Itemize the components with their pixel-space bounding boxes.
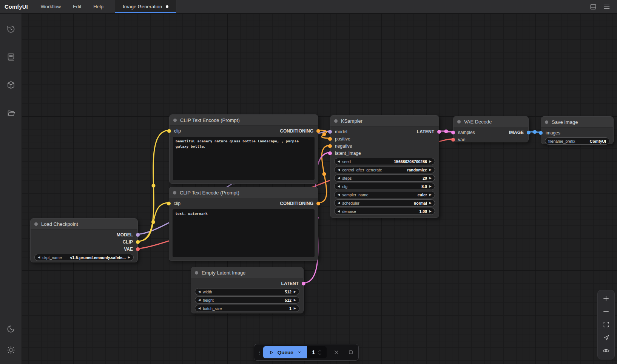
widget-increment-arrow[interactable]: ▶: [429, 202, 432, 205]
widget-scheduler[interactable]: ◀schedulernormal▶: [334, 199, 435, 207]
output-slot-IMAGE[interactable]: [527, 131, 531, 134]
widget-ckpt_name[interactable]: ◀ckpt_namev1-5-pruned-emaonly.safete...▶: [34, 254, 134, 261]
collapse-dot-icon[interactable]: [334, 119, 338, 123]
node-header[interactable]: KSampler: [330, 116, 439, 126]
widget-decrement-arrow[interactable]: ◀: [338, 177, 340, 180]
widget-batch_size[interactable]: ◀batch_size1▶: [195, 305, 299, 312]
input-slot-positive[interactable]: [328, 137, 332, 141]
toggle-visibility-icon[interactable]: [601, 346, 611, 356]
menu-edit[interactable]: Edit: [67, 0, 87, 13]
workflows-folder-icon[interactable]: [5, 106, 17, 119]
widget-seed[interactable]: ◀seed156680208700286▶: [334, 158, 435, 165]
stop-icon[interactable]: [346, 347, 355, 357]
output-slot-CLIP[interactable]: [136, 240, 140, 244]
widget-height[interactable]: ◀height512▶: [195, 296, 299, 304]
widget-decrement-arrow[interactable]: ◀: [338, 202, 340, 205]
input-slot-samples[interactable]: [451, 131, 455, 134]
node-header[interactable]: CLIP Text Encode (Prompt): [169, 187, 318, 198]
widget-decrement-arrow[interactable]: ◀: [198, 290, 201, 293]
widget-decrement-arrow[interactable]: ◀: [338, 168, 340, 171]
widget-filename_prefix[interactable]: filename_prefixComfyUI: [545, 137, 609, 145]
node-library-icon[interactable]: [5, 51, 17, 63]
widget-increment-arrow[interactable]: ▶: [294, 299, 296, 302]
input-slot-vae[interactable]: [451, 138, 455, 142]
node-empty-latent-image[interactable]: Empty Latent ImageLATENT◀width512▶◀heigh…: [191, 267, 304, 313]
widget-increment-arrow[interactable]: ▶: [128, 256, 130, 259]
output-slot-MODEL[interactable]: [136, 233, 140, 237]
widget-increment-arrow[interactable]: ▶: [429, 160, 432, 163]
node-header[interactable]: Empty Latent Image: [191, 267, 303, 278]
input-slot-clip[interactable]: [167, 129, 171, 133]
widget-decrement-arrow[interactable]: ◀: [338, 210, 340, 213]
workflows-history-icon[interactable]: [5, 23, 17, 35]
bottom-panel-icon[interactable]: [588, 2, 598, 12]
widget-decrement-arrow[interactable]: ◀: [338, 185, 340, 188]
node-header[interactable]: VAE Decode: [453, 116, 528, 127]
widget-increment-arrow[interactable]: ▶: [429, 168, 432, 171]
queue-button[interactable]: Queue: [263, 346, 307, 358]
menu-help[interactable]: Help: [87, 0, 110, 13]
pan-mode-icon[interactable]: [601, 333, 611, 343]
input-slot-model[interactable]: [328, 130, 332, 134]
fit-view-icon[interactable]: [601, 320, 611, 330]
zoom-in-icon[interactable]: [601, 294, 611, 304]
node-save-image[interactable]: Save Imageimagesfilename_prefixComfyUI: [541, 116, 614, 144]
output-slot-LATENT[interactable]: [302, 282, 305, 285]
theme-toggle-icon[interactable]: [5, 322, 17, 335]
stepper-down-icon[interactable]: [318, 353, 322, 356]
output-slot-LATENT[interactable]: [437, 130, 441, 134]
widget-decrement-arrow[interactable]: ◀: [198, 307, 201, 310]
output-slot-CONDITIONING[interactable]: [316, 129, 320, 133]
widget-denoise[interactable]: ◀denoise1.00▶: [334, 208, 435, 215]
slot-row: samplesIMAGE: [453, 129, 528, 136]
node-header[interactable]: CLIP Text Encode (Prompt): [170, 115, 318, 126]
node-clip-text-encode-positive[interactable]: CLIP Text Encode (Prompt)clipCONDITIONIN…: [169, 114, 318, 184]
output-slot-VAE[interactable]: [136, 247, 140, 251]
input-slot-images[interactable]: [539, 131, 543, 135]
drag-handle[interactable]: ⋮: [257, 350, 261, 355]
node-ksampler[interactable]: KSamplermodelLATENTpositivenegativelaten…: [330, 115, 439, 218]
collapse-dot-icon[interactable]: [545, 120, 548, 124]
prompt-textarea[interactable]: text, watermark: [173, 209, 315, 257]
node-canvas[interactable]: [22, 14, 617, 364]
input-slot-clip[interactable]: [167, 202, 171, 205]
collapse-dot-icon[interactable]: [195, 271, 198, 275]
zoom-out-icon[interactable]: [601, 307, 611, 316]
menu-icon[interactable]: [602, 2, 612, 12]
widget-cfg[interactable]: ◀cfg8.0▶: [334, 183, 435, 190]
node-vae-decode[interactable]: VAE DecodesamplesIMAGEvae: [453, 116, 529, 142]
node-header[interactable]: Save Image: [541, 117, 613, 128]
widget-control_after_generate[interactable]: ◀control_after_generaterandomize▶: [334, 166, 435, 173]
menu-workflow[interactable]: Workflow: [35, 0, 67, 13]
widget-increment-arrow[interactable]: ▶: [294, 307, 296, 310]
batch-count-input[interactable]: 1: [307, 346, 327, 358]
collapse-dot-icon[interactable]: [457, 120, 461, 123]
collapse-dot-icon[interactable]: [173, 119, 177, 122]
settings-icon[interactable]: [5, 344, 17, 356]
clear-queue-icon[interactable]: [332, 347, 341, 357]
input-slot-negative[interactable]: [328, 144, 332, 148]
widget-decrement-arrow[interactable]: ◀: [38, 256, 40, 259]
widget-sampler_name[interactable]: ◀sampler_nameeuler▶: [334, 191, 435, 198]
stepper-up-icon[interactable]: [318, 349, 322, 352]
output-slot-CONDITIONING[interactable]: [316, 202, 320, 205]
widget-increment-arrow[interactable]: ▶: [429, 177, 432, 180]
prompt-textarea[interactable]: beautiful scenery nature glass bottle la…: [173, 137, 315, 180]
widget-increment-arrow[interactable]: ▶: [429, 193, 432, 196]
widget-increment-arrow[interactable]: ▶: [429, 185, 432, 188]
widget-increment-arrow[interactable]: ▶: [429, 210, 432, 213]
widget-decrement-arrow[interactable]: ◀: [338, 193, 340, 196]
model-library-icon[interactable]: [5, 79, 17, 91]
collapse-dot-icon[interactable]: [173, 191, 176, 194]
node-header[interactable]: Load Checkpoint: [31, 219, 137, 230]
widget-steps[interactable]: ◀steps20▶: [334, 174, 435, 182]
input-slot-latent_image[interactable]: [328, 151, 332, 155]
widget-increment-arrow[interactable]: ▶: [294, 290, 296, 293]
node-load-checkpoint[interactable]: Load CheckpointMODELCLIPVAE◀ckpt_namev1-…: [30, 218, 138, 262]
node-clip-text-encode-negative[interactable]: CLIP Text Encode (Prompt)clipCONDITIONIN…: [169, 187, 318, 261]
widget-decrement-arrow[interactable]: ◀: [338, 160, 340, 163]
collapse-dot-icon[interactable]: [34, 222, 38, 226]
widget-decrement-arrow[interactable]: ◀: [198, 299, 201, 302]
widget-width[interactable]: ◀width512▶: [195, 288, 299, 295]
tab-image-generation[interactable]: Image Generation: [115, 0, 176, 13]
